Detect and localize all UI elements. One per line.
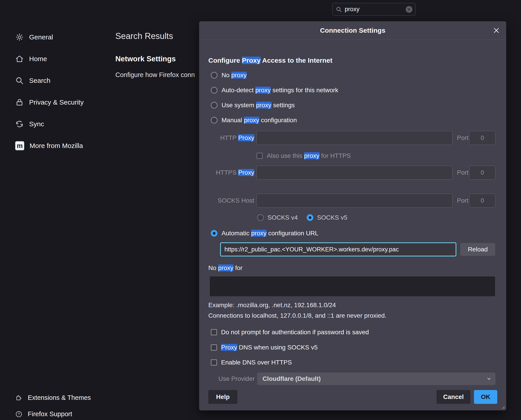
highlighted-text: proxy — [256, 102, 271, 109]
socks-v4-label: SOCKS v4 — [267, 214, 298, 221]
sidebar-item-general[interactable]: General — [15, 26, 83, 48]
clear-search-button[interactable] — [406, 6, 412, 13]
checkbox[interactable] — [211, 344, 217, 351]
doh-provider-select[interactable]: Cloudflare (Default) — [257, 373, 495, 385]
socks-port-input[interactable] — [469, 194, 495, 208]
label-text: for — [233, 264, 242, 271]
proxy-dns-socks5-checkbox-row[interactable]: Proxy DNS when using SOCKS v5 — [211, 344, 318, 351]
radio-button[interactable] — [211, 87, 218, 94]
search-icon — [15, 76, 24, 85]
sidebar-item-label: General — [29, 33, 53, 41]
label-text: configuration — [259, 117, 297, 124]
reload-button[interactable]: Reload — [460, 243, 495, 256]
radio-system-proxy[interactable]: Use system proxy settings — [211, 102, 295, 109]
highlighted-text: Proxy — [221, 344, 237, 351]
resize-handle[interactable] — [500, 405, 505, 409]
settings-search-box[interactable] — [332, 3, 416, 16]
extensions-icon — [15, 394, 23, 401]
https-proxy-input[interactable] — [257, 166, 453, 180]
label-text: DNS when using SOCKS v5 — [237, 344, 318, 351]
extensions-themes-link[interactable]: Extensions & Themes — [15, 390, 91, 406]
help-question-icon: ? — [15, 411, 23, 418]
search-icon — [336, 6, 342, 13]
http-port-input[interactable] — [469, 131, 495, 145]
socks-host-label: SOCKS Host — [208, 194, 254, 208]
label-text: Also use this — [267, 152, 304, 159]
sidebar-item-sync[interactable]: Sync — [15, 113, 83, 135]
no-proxy-example: Example: .mozilla.org, .net.nz, 192.168.… — [208, 301, 336, 309]
socks-v5-radio[interactable] — [307, 214, 313, 221]
firefox-support-link[interactable]: ? Firefox Support — [15, 406, 91, 420]
mozilla-logo-icon: m — [15, 141, 24, 150]
settings-sidebar: General Home Search Privacy & Security — [15, 26, 83, 157]
ok-button[interactable]: OK — [474, 390, 497, 404]
radio-button[interactable] — [211, 72, 218, 79]
search-input[interactable] — [345, 6, 403, 13]
sidebar-item-search[interactable]: Search — [15, 70, 83, 91]
also-use-https-checkbox-row[interactable]: Also use this proxy for HTTPS — [257, 152, 351, 159]
https-port-input[interactable] — [469, 166, 495, 180]
https-proxy-label: HTTPS Proxy — [208, 166, 254, 180]
radio-automatic-proxy-url[interactable]: Automatic proxy configuration URL — [211, 230, 318, 237]
highlighted-text: proxy — [251, 230, 266, 237]
label-text: for HTTPS — [319, 152, 351, 159]
radio-no-proxy[interactable]: No proxy — [211, 72, 247, 79]
http-port-label: Port — [457, 131, 468, 145]
highlighted-text: proxy — [255, 87, 271, 94]
highlighted-text: proxy — [231, 72, 247, 79]
checkbox-label: Also use this proxy for HTTPS — [267, 152, 351, 159]
sidebar-item-home[interactable]: Home — [15, 48, 83, 70]
sidebar-item-privacy-security[interactable]: Privacy & Security — [15, 91, 83, 113]
network-settings-description: Configure how Firefox conn — [115, 71, 195, 79]
sidebar-item-label: Home — [29, 55, 47, 63]
label-text: HTTP — [220, 134, 238, 141]
radio-auto-detect-proxy[interactable]: Auto-detect proxy settings for this netw… — [211, 87, 338, 94]
connection-settings-dialog: Connection Settings Configure Proxy Acce… — [199, 21, 506, 410]
sidebar-item-label: Privacy & Security — [29, 98, 83, 106]
radio-label: Use system proxy settings — [221, 102, 295, 109]
https-port-label: Port — [457, 166, 468, 180]
close-icon[interactable] — [492, 26, 501, 35]
home-icon — [15, 55, 24, 63]
radio-label: Auto-detect proxy settings for this netw… — [221, 87, 338, 94]
enable-doh-checkbox-row[interactable]: Enable DNS over HTTPS — [211, 359, 292, 366]
sync-icon — [15, 120, 24, 128]
checkbox[interactable] — [211, 359, 217, 366]
cancel-button[interactable]: Cancel — [437, 390, 470, 404]
radio-label: No proxy — [221, 72, 247, 79]
label-text: No — [208, 264, 218, 271]
label-text: Auto-detect — [221, 87, 255, 94]
no-proxy-note: Connections to localhost, 127.0.0.1/8, a… — [208, 312, 386, 319]
sidebar-item-more-from-mozilla[interactable]: m More from Mozilla — [15, 135, 83, 157]
radio-label: Manual proxy configuration — [221, 117, 297, 124]
chevron-down-icon — [486, 376, 491, 381]
socks-v5-label: SOCKS v5 — [317, 214, 347, 221]
radio-button[interactable] — [211, 117, 218, 124]
http-proxy-input[interactable] — [257, 131, 453, 145]
label-text: Access to the Internet — [260, 57, 332, 64]
selected-provider: Cloudflare (Default) — [263, 375, 321, 382]
proxy-pac-url-input[interactable] — [220, 242, 456, 256]
help-button[interactable]: Help — [208, 390, 237, 404]
label-text: settings for this network — [271, 87, 338, 94]
use-provider-label: Use Provider — [218, 373, 255, 385]
socks-v4-radio[interactable] — [257, 214, 264, 221]
radio-manual-proxy[interactable]: Manual proxy configuration — [211, 117, 297, 124]
footer-link-label: Extensions & Themes — [28, 394, 91, 401]
label-text: configuration URL — [266, 230, 318, 237]
radio-button[interactable] — [211, 102, 218, 109]
radio-button[interactable] — [211, 230, 218, 237]
network-settings-heading: Network Settings — [115, 55, 176, 63]
no-proxy-for-textarea[interactable] — [209, 276, 495, 297]
gear-icon — [15, 33, 24, 41]
no-auth-prompt-checkbox-row[interactable]: Do not prompt for authentication if pass… — [211, 329, 369, 336]
checkbox[interactable] — [211, 329, 217, 335]
no-proxy-for-label: No proxy for — [208, 264, 242, 271]
footer-link-label: Firefox Support — [28, 410, 72, 418]
socks-version-row: SOCKS v4 SOCKS v5 — [257, 214, 347, 221]
checkbox-label: Proxy DNS when using SOCKS v5 — [221, 344, 318, 351]
socks-host-input[interactable] — [257, 194, 453, 208]
label-text: HTTPS — [216, 169, 238, 176]
checkbox[interactable] — [257, 153, 263, 159]
sidebar-item-label: Search — [29, 77, 50, 84]
